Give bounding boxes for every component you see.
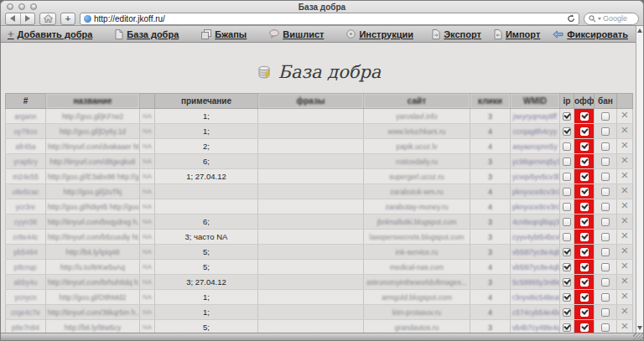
cell-phrase xyxy=(258,245,364,260)
ban-checkbox[interactable] xyxy=(601,188,610,196)
off-checkbox[interactable] xyxy=(580,127,589,136)
column-header: сайт xyxy=(364,94,470,109)
off-checkbox[interactable] xyxy=(580,248,589,256)
ban-checkbox[interactable] xyxy=(601,323,610,332)
scroll-down-icon[interactable] xyxy=(637,326,642,330)
url-text: http://tinyurl.com/d8geqku8 xyxy=(49,158,135,166)
forward-button[interactable] xyxy=(21,13,35,24)
ban-checkbox[interactable] xyxy=(601,173,610,181)
url-text[interactable]: http://editor.jkoff.ru/ xyxy=(94,14,564,23)
delete-button[interactable]: × xyxy=(621,124,629,136)
toolbar-link-add[interactable]: + Добавить добра xyxy=(8,29,92,39)
ip-checkbox[interactable] xyxy=(563,173,571,181)
toolbar-link-import[interactable]: Импорт xyxy=(494,29,540,39)
cell-ban xyxy=(595,214,617,230)
off-checkbox[interactable] xyxy=(580,233,589,241)
ip-checkbox[interactable] xyxy=(563,218,571,226)
ip-checkbox[interactable] xyxy=(563,323,571,332)
ban-checkbox[interactable] xyxy=(601,263,610,271)
off-checkbox[interactable] xyxy=(580,308,589,317)
search-engine-dropdown-icon[interactable] xyxy=(598,18,601,20)
delete-button[interactable]: × xyxy=(621,320,629,332)
off-checkbox[interactable] xyxy=(580,203,589,211)
ip-checkbox[interactable] xyxy=(563,142,571,151)
off-checkbox[interactable] xyxy=(580,278,589,287)
off-checkbox[interactable] xyxy=(580,263,589,271)
off-checkbox[interactable] xyxy=(580,188,589,196)
ban-checkbox[interactable] xyxy=(601,308,610,317)
ban-checkbox[interactable] xyxy=(601,112,610,121)
site-text: supergerl.ucoz.ru xyxy=(389,173,444,181)
cell-wmid: ccrqag8h4cyy xyxy=(511,124,560,139)
ip-checkbox[interactable] xyxy=(563,293,571,302)
ip-checkbox[interactable] xyxy=(563,188,571,196)
delete-button[interactable]: × xyxy=(621,139,629,151)
search-field[interactable]: Google xyxy=(584,13,639,25)
site-toolbar: + Добавить добра База добра Бжапы Вишлис… xyxy=(1,26,643,43)
address-bar[interactable]: http://editor.jkoff.ru/ xyxy=(80,13,579,25)
ip-checkbox[interactable] xyxy=(563,158,571,166)
off-checkbox[interactable] xyxy=(580,293,589,302)
ip-checkbox[interactable] xyxy=(563,278,571,287)
new-tab-button[interactable]: + xyxy=(60,13,75,25)
off-checkbox[interactable] xyxy=(580,158,589,166)
id-text: yrap5ry xyxy=(13,158,37,166)
ban-checkbox[interactable] xyxy=(601,293,610,302)
delete-button[interactable]: × xyxy=(621,275,629,287)
cell-site: kim-protasov.ru xyxy=(364,305,470,320)
home-button[interactable] xyxy=(39,13,56,25)
table-header-row: #названиепримечаниефразысайткликиWMIDipо… xyxy=(6,94,633,109)
cell-ip xyxy=(560,169,574,184)
delete-button[interactable]: × xyxy=(621,290,629,302)
delete-button[interactable]: × xyxy=(621,154,629,166)
ban-checkbox[interactable] xyxy=(601,203,610,211)
delete-button[interactable]: × xyxy=(621,214,629,226)
column-header: фразы xyxy=(258,94,364,109)
delete-button[interactable]: × xyxy=(621,305,629,317)
cell-delete: × xyxy=(617,275,633,290)
cell-delete: × xyxy=(617,199,633,214)
ip-checkbox[interactable] xyxy=(563,127,571,136)
ban-checkbox[interactable] xyxy=(601,248,610,256)
delete-button[interactable]: × xyxy=(621,260,629,271)
ip-checkbox[interactable] xyxy=(563,263,571,271)
resize-grip-icon[interactable] xyxy=(633,333,643,340)
delete-button[interactable]: × xyxy=(621,169,629,181)
ban-checkbox[interactable] xyxy=(601,233,610,241)
delete-button[interactable]: × xyxy=(621,109,629,121)
vertical-scrollbar[interactable] xyxy=(636,26,643,333)
off-checkbox[interactable] xyxy=(580,112,589,121)
reload-button[interactable] xyxy=(567,14,575,23)
cell-id: pb5484 xyxy=(6,245,46,260)
off-checkbox[interactable] xyxy=(580,218,589,226)
off-checkbox[interactable] xyxy=(580,142,589,151)
off-checkbox[interactable] xyxy=(580,173,589,181)
delete-button[interactable]: × xyxy=(621,230,629,241)
toolbar-link-instructions[interactable]: Инструкции xyxy=(346,29,413,39)
ban-checkbox[interactable] xyxy=(601,158,610,166)
ban-checkbox[interactable] xyxy=(601,218,610,226)
ip-checkbox[interactable] xyxy=(563,308,571,317)
delete-button[interactable]: × xyxy=(621,199,629,211)
back-button[interactable] xyxy=(6,13,21,24)
cell-wmid: yc98qenvrq5y3 xyxy=(511,154,560,169)
toolbar-link-export[interactable]: Экспорт xyxy=(432,29,481,39)
wmid-text: asyaeropnn5y xyxy=(512,142,557,151)
toolbar-link-database[interactable]: База добра xyxy=(115,29,179,39)
ban-checkbox[interactable] xyxy=(601,278,610,287)
ban-checkbox[interactable] xyxy=(601,127,610,136)
scroll-up-icon[interactable] xyxy=(637,28,642,33)
toolbar-link-bzhapy[interactable]: Бжапы xyxy=(201,29,247,39)
toolbar-link-fix[interactable]: Фиксировать xyxy=(553,29,628,39)
delete-button[interactable]: × xyxy=(621,245,629,256)
toolbar-link-wishlist[interactable]: Вишлист xyxy=(269,29,324,39)
delete-button[interactable]: × xyxy=(621,184,629,196)
cell-url: http://goo.gl/jKFrw2 xyxy=(46,109,140,124)
ban-checkbox[interactable] xyxy=(601,142,610,151)
ip-checkbox[interactable] xyxy=(563,203,571,211)
cell-site: papik.ucoz.lv xyxy=(364,139,470,154)
ip-checkbox[interactable] xyxy=(563,248,571,256)
ip-checkbox[interactable] xyxy=(563,112,571,121)
off-checkbox[interactable] xyxy=(580,323,589,332)
ip-checkbox[interactable] xyxy=(563,233,571,241)
